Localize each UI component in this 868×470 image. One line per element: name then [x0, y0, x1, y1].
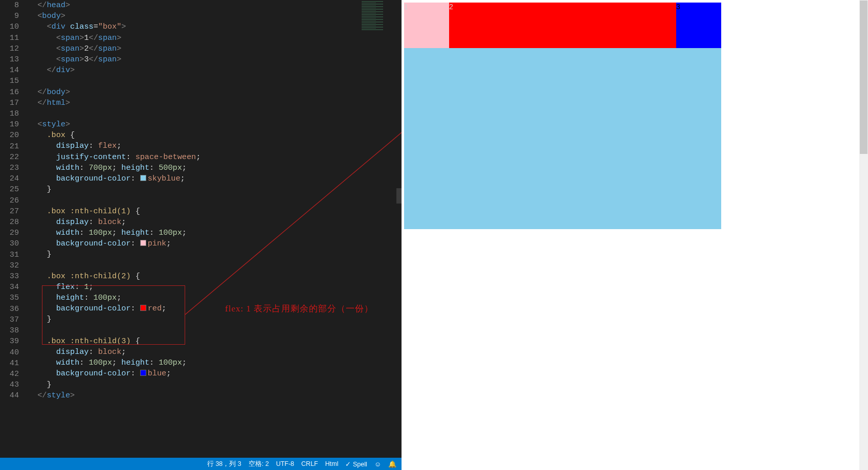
status-eol[interactable]: CRLF: [301, 460, 318, 467]
status-encoding[interactable]: UTF-8: [276, 460, 294, 467]
status-line-col[interactable]: 行 38，列 3: [207, 460, 241, 468]
feedback-icon[interactable]: ☺: [374, 460, 381, 468]
notification-icon[interactable]: 🔔: [388, 460, 396, 468]
preview-scrollbar-vertical[interactable]: [859, 0, 868, 470]
flex-item-1: 1: [404, 3, 449, 48]
status-bar: 行 38，列 3 空格: 2 UTF-8 CRLF Html ✓ Spell ☺…: [0, 458, 402, 470]
status-language[interactable]: Html: [325, 460, 339, 467]
status-spell[interactable]: ✓ Spell: [345, 460, 367, 468]
browser-preview: 1 2 3: [402, 0, 868, 470]
status-spaces[interactable]: 空格: 2: [249, 460, 269, 468]
editor-pane: 8910111213141516171819202122232425262728…: [0, 0, 402, 470]
code-lines[interactable]: </head> <body> <div class="box"> <span>1…: [28, 0, 402, 458]
flex-container-box: 1 2 3: [404, 3, 721, 229]
flex-item-3: 3: [676, 3, 721, 48]
flex-item-2: 2: [449, 3, 676, 48]
preview-scrollbar-thumb[interactable]: [860, 1, 867, 154]
scroll-divider[interactable]: [396, 188, 402, 204]
annotation-text: flex: 1 表示占用剩余的部分（一份）: [225, 303, 373, 314]
line-number-gutter: 8910111213141516171819202122232425262728…: [0, 0, 28, 458]
code-area[interactable]: 8910111213141516171819202122232425262728…: [0, 0, 402, 458]
